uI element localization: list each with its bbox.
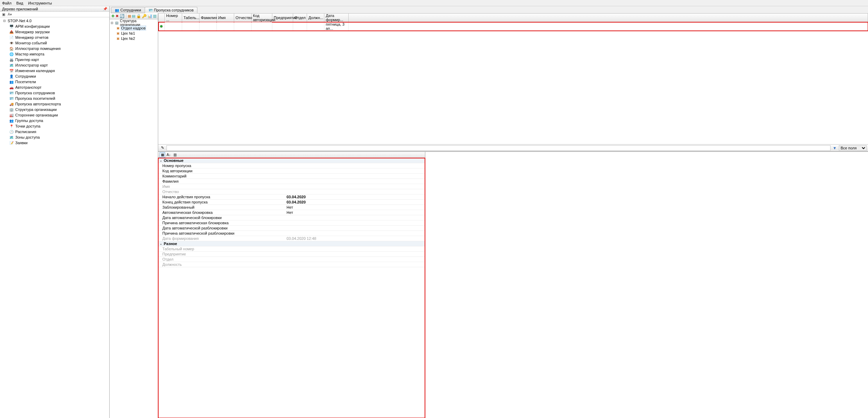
prop-auth-code[interactable]: Код авторизации bbox=[158, 168, 425, 174]
column-header[interactable]: Номер ... bbox=[165, 14, 182, 22]
filter-icon[interactable]: ▼ bbox=[832, 145, 837, 151]
status-cell bbox=[159, 22, 165, 31]
collapse-icon[interactable]: ⊟ bbox=[3, 19, 6, 23]
app-tree-item[interactable]: 🏢Структура организации bbox=[6, 107, 109, 112]
app-tree-item[interactable]: 🌐Мастер импорта bbox=[6, 51, 109, 57]
app-tree-item[interactable]: 👁️Монитор событий bbox=[6, 40, 109, 46]
prop-blocked[interactable]: ЗаблокированныйНет bbox=[158, 205, 425, 210]
app-tree-item[interactable]: 🪪Пропуска сотрудников bbox=[6, 90, 109, 96]
prop-surname[interactable]: Фамилия bbox=[158, 179, 425, 184]
app-tree-item[interactable]: 👥Группы доступа bbox=[6, 118, 109, 123]
app-tree-item[interactable]: 🗺️Иллюстратор карт bbox=[6, 62, 109, 68]
prop-position[interactable]: Должность bbox=[158, 262, 425, 267]
app-tree-label: Мастер импорта bbox=[15, 52, 44, 56]
calendar-button[interactable]: ▦ bbox=[128, 14, 131, 19]
app-tree-item[interactable]: 📅Изменения календаря bbox=[6, 68, 109, 73]
app-tree-item[interactable]: 🏭Сторонние организации bbox=[6, 112, 109, 118]
property-grid[interactable]: ⌄Основные Номер пропуска Код авторизации… bbox=[158, 158, 425, 418]
prop-enterprise[interactable]: Предприятие bbox=[158, 252, 425, 257]
tab-passes[interactable]: 🪪 Пропуска сотрудников bbox=[145, 7, 197, 13]
expand-icon[interactable]: ▣ bbox=[1, 12, 6, 17]
column-header[interactable]: Код авторизации bbox=[252, 14, 272, 22]
prop-autounblock-date[interactable]: Дата автоматической разблокировки bbox=[158, 226, 425, 231]
org-tree[interactable]: ⊟ 🏢 Структура организации ▣ Отдел кадров… bbox=[110, 19, 158, 418]
org-shop2[interactable]: ▣ Цех №2 bbox=[116, 36, 157, 41]
search-input[interactable] bbox=[167, 145, 831, 151]
delete-button[interactable]: ✖ bbox=[115, 14, 119, 19]
edit-icon[interactable]: ✎ bbox=[160, 145, 165, 151]
field-select[interactable]: Все поля bbox=[839, 145, 867, 151]
prop-autoblock[interactable]: Автоматическая блокировкаНет bbox=[158, 210, 425, 215]
prop-comment[interactable]: Комментарий bbox=[158, 174, 425, 179]
app-tree-item[interactable]: 🗺️Зоны доступа bbox=[6, 134, 109, 140]
app-tree-item[interactable]: 📥Менеджер загрузки bbox=[6, 29, 109, 35]
app-tree-item[interactable]: 🖥️АРМ конфигурации bbox=[6, 24, 109, 29]
prop-autoblock-reason[interactable]: Причина автоматическая блокировка bbox=[158, 220, 425, 226]
column-header[interactable]: Дата формир... bbox=[324, 14, 349, 22]
org-root[interactable]: ⊟ 🏢 Структура организации bbox=[110, 20, 157, 25]
column-header[interactable]: Должн... bbox=[307, 14, 324, 22]
grid-row[interactable]: пятница, 3 ап... bbox=[159, 22, 868, 31]
prop-dept[interactable]: Отдел bbox=[158, 257, 425, 262]
prop-pass-number[interactable]: Номер пропуска bbox=[158, 163, 425, 168]
refresh-button[interactable]: 🔄 bbox=[120, 14, 125, 19]
grid-cell bbox=[307, 22, 324, 31]
schedule-button[interactable]: ▤ bbox=[132, 14, 135, 19]
prop-cat-label: Основные bbox=[164, 158, 184, 163]
pages-button[interactable]: ▥ bbox=[172, 152, 178, 158]
app-tree-item[interactable]: 🖨️Принтер карт bbox=[6, 57, 109, 62]
prop-category-misc[interactable]: ⌄Разное bbox=[158, 241, 425, 246]
prop-category-main[interactable]: ⌄Основные bbox=[158, 158, 425, 163]
app-icon: 🚗 bbox=[9, 85, 14, 90]
menu-file[interactable]: Файл bbox=[2, 1, 11, 5]
prop-form-date[interactable]: Дата формирования03.04.2020 12:48 bbox=[158, 236, 425, 241]
app-tree-item[interactable]: 🚚Пропуска автотранспорта bbox=[6, 101, 109, 107]
prop-end-date[interactable]: Конец действия пропуска03.04.2020 bbox=[158, 200, 425, 205]
collapse-icon[interactable]: ⊟ bbox=[110, 21, 114, 25]
app-tree-item[interactable]: 🪪Пропуска посетителей bbox=[6, 96, 109, 101]
font-size-icon[interactable]: A▾ bbox=[8, 12, 12, 17]
app-tree-item[interactable]: 📍Точки доступа bbox=[6, 123, 109, 129]
column-header[interactable]: Отчество bbox=[234, 14, 252, 22]
grid-cell bbox=[217, 22, 234, 31]
tree-root[interactable]: ⊟ STOP-Net 4.0 bbox=[0, 18, 109, 24]
lock-button[interactable]: 🔒 bbox=[136, 14, 141, 19]
tab-employees[interactable]: 👥 Сотрудники bbox=[111, 7, 145, 13]
grid-cell bbox=[252, 22, 272, 31]
prop-autounblock-reason[interactable]: Причина автоматической разблокировки bbox=[158, 231, 425, 236]
app-tree-item[interactable]: 📄Менеджер отчетов bbox=[6, 35, 109, 40]
key-button[interactable]: 🔑 bbox=[142, 14, 147, 19]
app-tree-item[interactable]: 🚗Автотранспорт bbox=[6, 85, 109, 90]
prop-patronymic[interactable]: Отчество bbox=[158, 189, 425, 194]
prop-start-date[interactable]: Начало действия пропуска03.04.2020 bbox=[158, 194, 425, 200]
column-header[interactable]: Отдел bbox=[293, 14, 307, 22]
column-header[interactable]: Табель... bbox=[182, 14, 199, 22]
app-tree-item[interactable]: 👤Сотрудники bbox=[6, 73, 109, 79]
prop-tab-num[interactable]: Табельный номер bbox=[158, 246, 425, 252]
left-toolbar: ▣ A▾ bbox=[0, 12, 109, 17]
report-button[interactable]: 📊 bbox=[147, 14, 152, 19]
pin-icon[interactable]: 📌 bbox=[103, 7, 107, 11]
app-tree-item[interactable]: 🏠Иллюстратор помещения bbox=[6, 46, 109, 51]
grid-cell bbox=[272, 22, 293, 31]
property-toolbar: ▦ A↓ ▥ bbox=[158, 152, 425, 158]
categorized-button[interactable]: ▦ bbox=[160, 152, 165, 158]
app-tree-item[interactable]: 📝Заявки bbox=[6, 140, 109, 146]
export-button[interactable]: ▥ bbox=[153, 14, 156, 19]
data-grid[interactable]: Номер ...Табель...ФамилияИмяОтчествоКод … bbox=[158, 13, 868, 145]
column-header[interactable]: Имя bbox=[217, 14, 234, 22]
menu-tools[interactable]: Инструменты bbox=[28, 1, 52, 5]
column-header[interactable]: Фамилия bbox=[199, 14, 217, 22]
app-tree-item[interactable]: 👥Посетители bbox=[6, 79, 109, 85]
prop-name[interactable]: Имя bbox=[158, 184, 425, 189]
org-dept-label: Отдел кадров bbox=[121, 26, 146, 30]
prop-autoblock-date[interactable]: Дата автоматической блокировки bbox=[158, 215, 425, 220]
app-tree-item[interactable]: 🕒Расписания bbox=[6, 129, 109, 134]
menu-view[interactable]: Вид bbox=[16, 1, 23, 5]
app-tree[interactable]: ⊟ STOP-Net 4.0 🖥️АРМ конфигурации📥Менедж… bbox=[0, 17, 109, 418]
org-shop1[interactable]: ▣ Цех №1 bbox=[116, 31, 157, 36]
caret-down-icon: ⌄ bbox=[160, 159, 162, 162]
alphabetical-button[interactable]: A↓ bbox=[166, 152, 171, 158]
column-header[interactable] bbox=[159, 14, 165, 22]
add-button[interactable]: ✚ bbox=[111, 14, 114, 19]
